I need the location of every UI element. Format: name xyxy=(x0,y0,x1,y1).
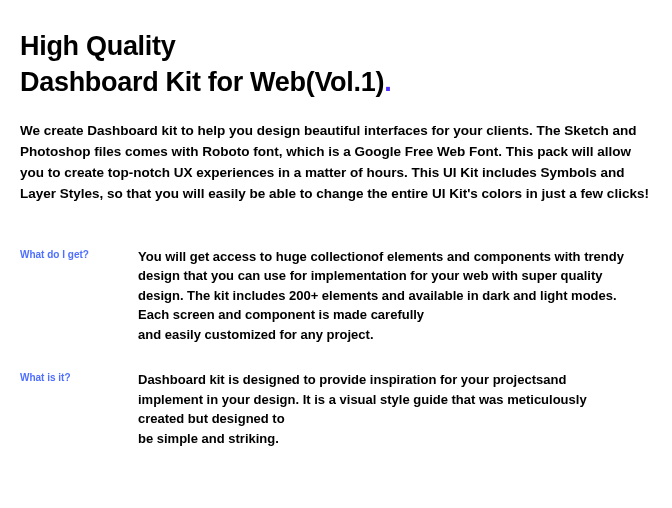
title-line-2: Dashboard Kit for Web(Vol.1) xyxy=(20,67,384,97)
intro-paragraph: We create Dashboard kit to help you desi… xyxy=(20,121,652,205)
section-what-do-i-get: What do I get? You will get access to hu… xyxy=(20,247,652,345)
section-body: Dashboard kit is designed to provide ins… xyxy=(138,370,652,448)
page-title: High Quality Dashboard Kit for Web(Vol.1… xyxy=(20,28,652,101)
section-what-is-it: What is it? Dashboard kit is designed to… xyxy=(20,370,652,448)
title-accent-dot: . xyxy=(384,67,391,97)
section-label: What is it? xyxy=(20,370,138,448)
section-body: You will get access to huge collectionof… xyxy=(138,247,652,345)
section-label: What do I get? xyxy=(20,247,138,345)
title-line-1: High Quality xyxy=(20,31,175,61)
